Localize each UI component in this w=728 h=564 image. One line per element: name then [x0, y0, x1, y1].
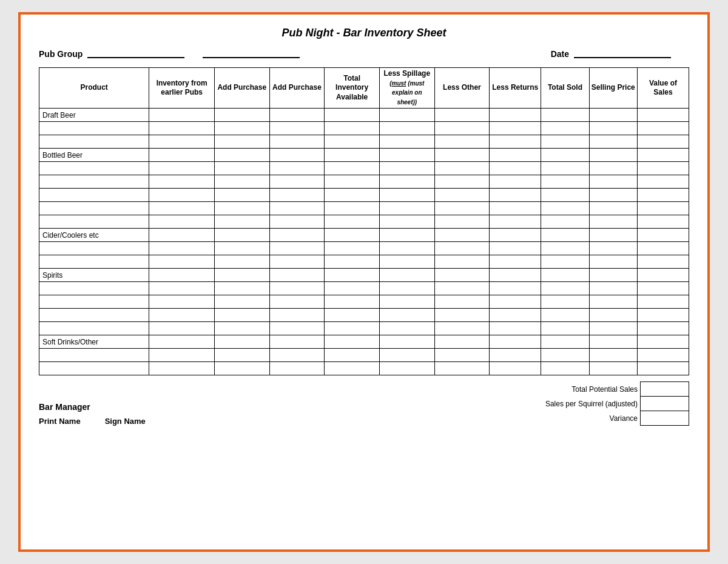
page-container: Pub Night - Bar Inventory Sheet Pub Grou…: [18, 12, 710, 552]
table-row: [39, 202, 689, 215]
section-cider: Cider/Coolers etc: [39, 229, 689, 242]
col-total-inv: Total Inventory Available: [325, 68, 380, 109]
sig-row: Print Name Sign Name: [39, 415, 320, 426]
total-potential-sales-value[interactable]: [641, 382, 689, 397]
pub-group-input[interactable]: [87, 50, 184, 58]
col-total-sold: Total Sold: [541, 68, 589, 109]
sales-per-squirrel-value[interactable]: [641, 397, 689, 411]
bottom-section: Bar Manager Print Name Sign Name Total P…: [39, 381, 689, 426]
table-row: [39, 295, 689, 309]
sales-per-squirrel-row: Sales per Squirrel (adjusted): [542, 397, 689, 411]
sign-name-label: Sign Name: [105, 417, 146, 426]
table-row: [39, 175, 689, 189]
pub-group-label: Pub Group: [39, 49, 83, 59]
table-row: [39, 162, 689, 175]
col-less-ret: Less Returns: [490, 68, 541, 109]
col-less-other: Less Other: [434, 68, 490, 109]
page-title: Pub Night - Bar Inventory Sheet: [39, 27, 689, 39]
col-add-pur2: Add Purchase: [269, 68, 325, 109]
total-potential-sales-row: Total Potential Sales: [542, 382, 689, 397]
col-product: Product: [39, 68, 149, 109]
col-value-sales: Value of Sales: [637, 68, 689, 109]
section-spirits: Spirits: [39, 269, 689, 282]
table-row: [39, 122, 689, 135]
col-add-pur1: Add Purchase: [214, 68, 269, 109]
bar-manager-label: Bar Manager: [39, 402, 90, 412]
table-row: [39, 322, 689, 335]
section-label-draft-beer: Draft Beer: [39, 109, 149, 122]
section-label-spirits: Spirits: [39, 269, 149, 282]
table-row: [39, 309, 689, 322]
spillage-note: (must (must explain on sheet)): [389, 80, 424, 106]
table-row: [39, 282, 689, 295]
date-input[interactable]: [574, 50, 671, 58]
section-label-bottled-beer: Bottled Beer: [39, 149, 149, 162]
col-inv-earlier: Inventory from earlier Pubs: [149, 68, 215, 109]
sign-name-block: Sign Name: [105, 415, 146, 426]
variance-label: Variance: [542, 411, 641, 426]
table-row: [39, 362, 689, 375]
total-potential-sales-label: Total Potential Sales: [542, 382, 641, 397]
section-bottled-beer: Bottled Beer: [39, 149, 689, 162]
print-name-label: Print Name: [39, 417, 81, 426]
sales-per-squirrel-label: Sales per Squirrel (adjusted): [542, 397, 641, 411]
section-label-cider: Cider/Coolers etc: [39, 229, 149, 242]
table-row: [39, 242, 689, 255]
variance-row: Variance: [542, 411, 689, 426]
table-row: [39, 135, 689, 149]
variance-value[interactable]: [641, 411, 689, 426]
table-row: [39, 215, 689, 229]
col-less-spill: Less Spillage (must (must explain on she…: [379, 68, 434, 109]
print-name-block: Print Name: [39, 415, 81, 426]
bottom-left: Bar Manager Print Name Sign Name: [39, 402, 320, 426]
inventory-table: Product Inventory from earlier Pubs Add …: [39, 67, 689, 375]
bottom-right: Total Potential Sales Sales per Squirrel…: [542, 381, 689, 426]
section-draft-beer: Draft Beer: [39, 109, 689, 122]
totals-table: Total Potential Sales Sales per Squirrel…: [542, 381, 689, 426]
date-label: Date: [551, 49, 569, 59]
section-label-soft-drinks: Soft Drinks/Other: [39, 335, 149, 349]
table-row: [39, 349, 689, 362]
pub-group-input2[interactable]: [203, 50, 300, 58]
table-row: [39, 189, 689, 202]
section-soft-drinks: Soft Drinks/Other: [39, 335, 689, 349]
col-sell-price: Selling Price: [589, 68, 637, 109]
header-fields: Pub Group Date: [39, 49, 689, 59]
table-row: [39, 255, 689, 269]
